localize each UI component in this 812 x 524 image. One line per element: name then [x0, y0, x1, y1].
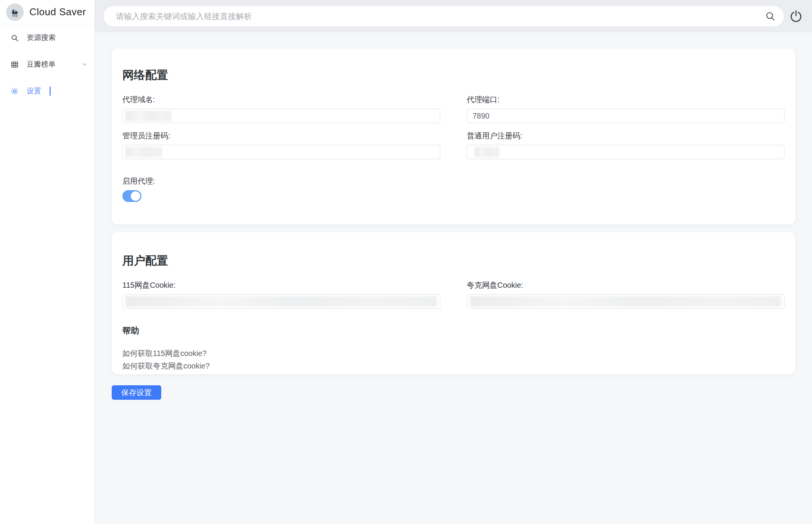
proxy-domain-input[interactable]	[123, 109, 440, 123]
sidebar: Cloud Saver 资源搜索 豆瓣榜单	[0, 0, 95, 524]
gear-icon	[11, 87, 19, 95]
settings-page: 网络配置 代理域名: 代理端口:	[95, 32, 812, 524]
sidebar-item-label: 资源搜索	[27, 33, 56, 43]
user-config-fields: 115网盘Cookie: 夸克网盘Cookie:	[122, 280, 785, 309]
proxy-port-label: 代理端口:	[467, 95, 785, 105]
admin-code-field: 管理员注册码:	[122, 131, 440, 159]
proxy-toggle-field: 启用代理:	[122, 176, 785, 202]
user-code-input[interactable]	[467, 145, 785, 159]
main-column: 网络配置 代理域名: 代理端口:	[95, 0, 812, 524]
sidebar-item-label: 设置	[27, 86, 41, 96]
sidebar-item-settings[interactable]: 设置	[0, 83, 95, 99]
power-button[interactable]	[789, 10, 803, 23]
user-code-label: 普通用户注册码:	[467, 131, 785, 141]
proxy-port-input[interactable]	[467, 109, 785, 123]
admin-code-input[interactable]	[123, 145, 440, 159]
grid-icon	[11, 61, 19, 69]
network-config-card: 网络配置 代理域名: 代理端口:	[112, 48, 795, 224]
text-cursor	[50, 87, 51, 96]
help-link-115-cookie[interactable]: 如何获取115网盘cookie?	[122, 347, 207, 360]
help-links: 如何获取115网盘cookie? 如何获取夸克网盘cookie?	[122, 347, 785, 372]
save-settings-button[interactable]: 保存设置	[112, 385, 161, 400]
cookie-115-label: 115网盘Cookie:	[122, 280, 440, 290]
help-title: 帮助	[122, 325, 785, 337]
user-config-title: 用户配置	[122, 253, 785, 269]
toggle-knob	[131, 191, 140, 201]
app-root: Cloud Saver 资源搜索 豆瓣榜单	[0, 0, 812, 524]
sidebar-nav: 资源搜索 豆瓣榜单 设置	[0, 24, 95, 99]
search-bar[interactable]	[104, 6, 784, 26]
chevron-down-icon	[82, 61, 88, 67]
help-link-quark-cookie[interactable]: 如何获取夸克网盘cookie?	[122, 360, 210, 372]
cookie-115-field: 115网盘Cookie:	[122, 280, 440, 309]
power-icon	[790, 10, 802, 22]
network-config-fields: 代理域名: 代理端口: 管理员注册码:	[122, 95, 785, 159]
proxy-domain-label: 代理域名:	[122, 95, 440, 105]
app-header: Cloud Saver	[0, 0, 95, 24]
cookie-quark-label: 夸克网盘Cookie:	[467, 280, 785, 290]
proxy-domain-field: 代理域名:	[122, 95, 440, 123]
sidebar-item-label: 豆瓣榜单	[27, 59, 56, 69]
cookie-quark-field: 夸克网盘Cookie:	[467, 280, 785, 309]
search-icon	[11, 34, 19, 42]
proxy-toggle-switch[interactable]	[122, 190, 141, 202]
user-code-field: 普通用户注册码:	[467, 131, 785, 159]
cookie-115-input[interactable]	[123, 295, 440, 308]
cloud-upload-logo-icon	[6, 3, 24, 21]
proxy-toggle-label: 启用代理:	[122, 176, 785, 186]
sidebar-item-resource-search[interactable]: 资源搜索	[0, 29, 95, 46]
network-config-title: 网络配置	[122, 67, 785, 83]
search-input[interactable]	[115, 11, 765, 21]
sidebar-item-douban-list[interactable]: 豆瓣榜单	[0, 56, 95, 73]
cookie-quark-input[interactable]	[467, 295, 785, 308]
app-title: Cloud Saver	[29, 6, 86, 18]
topbar	[95, 0, 812, 32]
proxy-port-field: 代理端口:	[467, 95, 785, 123]
user-config-card: 用户配置 115网盘Cookie: 夸克网盘Cookie:	[112, 232, 795, 374]
admin-code-label: 管理员注册码:	[122, 131, 440, 141]
search-icon[interactable]	[765, 11, 775, 21]
